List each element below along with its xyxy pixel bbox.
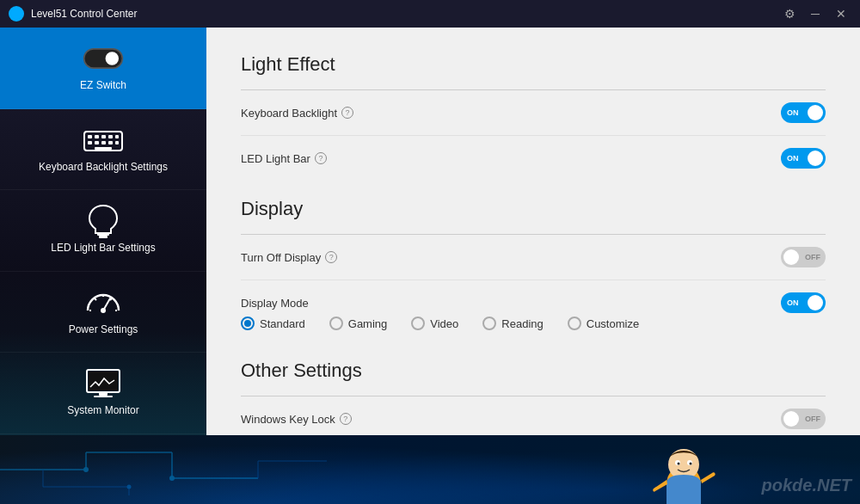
ez-switch-icon (83, 43, 124, 74)
svg-rect-6 (95, 135, 99, 138)
sidebar-item-label-monitor: System Monitor (67, 404, 138, 418)
sidebar-item-led-light-bar[interactable]: LED Light Bar Settings (0, 190, 206, 272)
row-keyboard-backlight: Keyboard Backlight ? ON (241, 90, 826, 136)
svg-rect-10 (88, 141, 92, 144)
label-led-light-bar: LED Light Bar ? (241, 152, 327, 165)
sidebar-item-system-monitor[interactable]: System Monitor (0, 353, 206, 434)
circuit-svg (0, 435, 344, 504)
title-bar: L Level51 Control Center ⚙ ─ ✕ (0, 0, 860, 28)
sidebar-item-power-settings[interactable]: Power Settings (0, 272, 206, 353)
main-content: Light Effect Keyboard Backlight ? ON LED… (206, 28, 860, 435)
toggle-track-keyboard-backlight[interactable]: ON (781, 102, 826, 123)
info-icon-turn-off-display[interactable]: ? (325, 251, 337, 263)
window-controls: ⚙ ─ ✕ (779, 5, 851, 22)
label-display-mode: Display Mode (241, 297, 309, 310)
keyboard-icon (83, 125, 124, 156)
svg-rect-9 (115, 135, 119, 138)
app-body: EZ Switch Keyb (0, 28, 860, 435)
radio-circle-customize (568, 317, 581, 330)
character-mascot (636, 437, 731, 504)
radio-gaming[interactable]: Gaming (329, 317, 388, 330)
radio-circle-standard (241, 317, 255, 330)
radio-video[interactable]: Video (411, 317, 458, 330)
svg-rect-11 (95, 141, 99, 144)
toggle-track-turn-off-display[interactable]: OFF (781, 247, 826, 267)
toggle-track-windows-key-lock[interactable]: OFF (781, 409, 826, 429)
sidebar-item-label-keyboard: Keyboard Backlight Settings (39, 161, 168, 175)
toggle-turn-off-display[interactable]: OFF (781, 247, 826, 267)
radio-circle-video (411, 317, 425, 330)
radio-customize[interactable]: Customize (568, 317, 639, 330)
row-windows-key-lock: Windows Key Lock ? OFF (241, 396, 826, 435)
radio-circle-reading (482, 317, 496, 330)
radio-standard[interactable]: Standard (241, 317, 305, 330)
svg-point-36 (127, 485, 132, 489)
svg-point-3 (106, 52, 119, 65)
sidebar-item-label-led: LED Light Bar Settings (51, 242, 155, 255)
row-turn-off-display: Turn Off Display ? OFF (241, 235, 826, 280)
svg-point-47 (690, 463, 692, 465)
app-logo: L (9, 6, 24, 22)
svg-text:L: L (14, 10, 19, 19)
section-title-other-settings: Other Settings (241, 360, 826, 382)
label-turn-off-display: Turn Off Display ? (241, 251, 337, 264)
label-keyboard-backlight: Keyboard Backlight ? (241, 107, 353, 120)
display-mode-header: Display Mode ON (241, 280, 826, 317)
svg-line-21 (95, 298, 96, 300)
section-display: Display Turn Off Display ? OFF Display M… (241, 198, 826, 342)
info-icon-keyboard-backlight[interactable]: ? (341, 107, 353, 119)
svg-rect-5 (88, 135, 92, 138)
svg-rect-12 (101, 141, 106, 144)
svg-rect-27 (99, 392, 108, 396)
toggle-windows-key-lock[interactable]: OFF (781, 409, 826, 429)
gauge-icon (83, 287, 124, 318)
window-title: Level51 Control Center (31, 8, 779, 20)
row-led-light-bar: LED Light Bar ? ON (241, 136, 826, 181)
section-title-light-effect: Light Effect (241, 53, 826, 76)
svg-rect-17 (99, 236, 108, 238)
sidebar-item-ez-switch[interactable]: EZ Switch (0, 28, 206, 109)
svg-rect-15 (95, 147, 112, 150)
close-button[interactable]: ✕ (831, 5, 851, 22)
svg-rect-14 (115, 141, 119, 144)
svg-rect-13 (108, 141, 113, 144)
sidebar-item-label-power: Power Settings (69, 323, 138, 337)
section-title-display: Display (241, 198, 826, 220)
gear-button[interactable]: ⚙ (779, 5, 800, 22)
svg-rect-28 (94, 396, 113, 397)
section-light-effect: Light Effect Keyboard Backlight ? ON LED… (241, 53, 826, 181)
svg-rect-8 (108, 135, 113, 138)
row-display-mode: Display Mode ON Standard G (241, 280, 826, 342)
toggle-keyboard-backlight[interactable]: ON (781, 102, 826, 123)
toggle-track-display-mode[interactable]: ON (781, 292, 826, 313)
svg-point-19 (101, 308, 106, 313)
label-windows-key-lock: Windows Key Lock ? (241, 413, 352, 426)
sidebar-item-label-ez-switch: EZ Switch (80, 79, 126, 93)
toggle-track-led-light-bar[interactable]: ON (781, 148, 826, 169)
watermark-text: pokde.NET (762, 476, 851, 495)
monitor-icon (83, 368, 124, 399)
svg-line-23 (110, 298, 112, 300)
radio-reading[interactable]: Reading (482, 317, 543, 330)
toggle-led-light-bar[interactable]: ON (781, 148, 826, 169)
info-icon-windows-key-lock[interactable]: ? (340, 413, 352, 425)
radio-circle-gaming (329, 317, 343, 330)
toggle-display-mode[interactable]: ON (781, 292, 826, 313)
minimize-button[interactable]: ─ (805, 5, 826, 22)
svg-point-46 (678, 463, 680, 465)
section-other-settings: Other Settings Windows Key Lock ? OFF Fu… (241, 360, 826, 435)
display-mode-radio-group: Standard Gaming Video Reading (241, 317, 826, 342)
lightbulb-icon (83, 206, 124, 237)
svg-point-39 (169, 476, 175, 481)
sidebar: EZ Switch Keyb (0, 28, 206, 435)
svg-rect-7 (101, 135, 106, 138)
svg-point-32 (83, 467, 89, 472)
info-icon-led-light-bar[interactable]: ? (315, 152, 327, 164)
bottom-bar: pokde.NET (0, 435, 860, 504)
svg-rect-16 (97, 233, 109, 236)
sidebar-item-keyboard-backlight[interactable]: Keyboard Backlight Settings (0, 109, 206, 191)
